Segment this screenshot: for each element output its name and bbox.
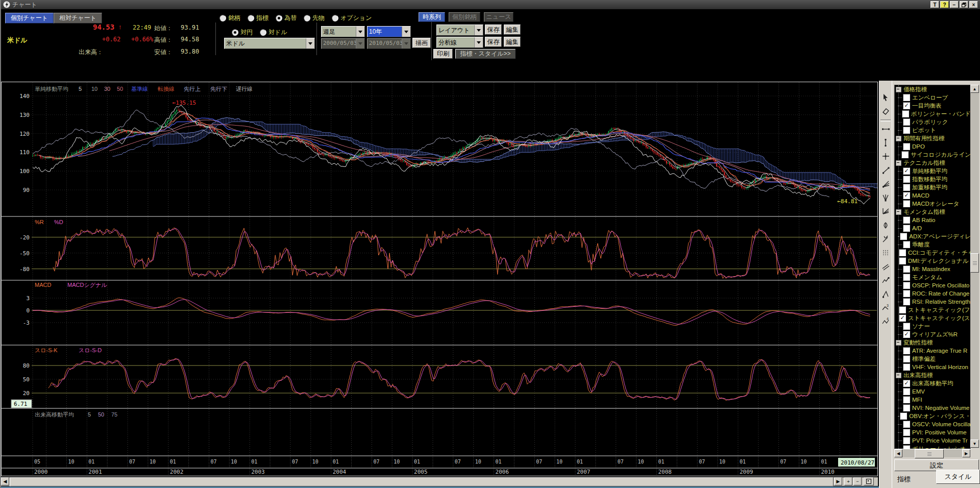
indicator-style-button[interactable]: 指標・スタイル>> [455, 49, 516, 59]
close-button[interactable]: × [969, 1, 978, 8]
indicator-checkbox[interactable] [903, 355, 910, 362]
indicator-checkbox[interactable] [903, 127, 910, 134]
tree-item--[interactable]: モメンタム [895, 273, 971, 281]
tree-item--[interactable]: ✓一目均衡表 [895, 102, 971, 110]
indicator-checkbox[interactable]: ✓ [899, 314, 906, 322]
period-select[interactable]: 週足 [321, 26, 365, 37]
tree-item--[interactable]: モメンタム指標 [895, 208, 971, 216]
indicator-checkbox[interactable] [903, 421, 910, 428]
radio-category-為替[interactable]: 為替 [276, 14, 297, 22]
scroll-left-button[interactable]: ◀ [1, 477, 9, 485]
tree-item--[interactable]: 指数移動平均 [895, 175, 971, 183]
tree-item-pvt-price-volume-tr[interactable]: PVT: Price Volume Tr [895, 436, 971, 445]
tree-item--[interactable]: ✓出来高移動平均 [895, 379, 971, 387]
pitchfork-tool[interactable] [880, 234, 891, 244]
indicator-checkbox[interactable]: ✓ [903, 380, 910, 387]
tree-item-ab-ratio[interactable]: AB Ratio [895, 216, 971, 224]
radio-category-先物[interactable]: 先物 [304, 14, 325, 22]
speed-resistance-tool[interactable] [880, 206, 891, 216]
indicator-checkbox[interactable]: ✓ [903, 331, 910, 338]
tree-item-nvi-negative-volume[interactable]: NVI: Negative Volume [895, 404, 971, 412]
radio-icon[interactable] [332, 15, 338, 21]
tree-item--[interactable]: ボリンジャー・バンド [895, 110, 971, 118]
tree-scroll-down-button[interactable]: ▼ [970, 440, 979, 448]
layout-save-button[interactable]: 保存 [485, 25, 502, 35]
tree-item--[interactable]: ピボット [895, 126, 971, 134]
tree-scrollbar-thumb[interactable] [970, 253, 979, 273]
indicator-checkbox[interactable] [903, 429, 910, 436]
tree-item-mi-massindex[interactable]: MI: MassIndex [895, 265, 971, 273]
tree-item--[interactable]: サイコロジカルライン [895, 151, 971, 159]
trend-line-tool[interactable] [880, 165, 891, 175]
radio-category-指標[interactable]: 指標 [248, 14, 268, 22]
collapse-minus-icon[interactable] [896, 160, 901, 166]
fibonacci-fan-tool[interactable] [880, 220, 891, 230]
tree-item--[interactable]: 出来高指標 [895, 371, 971, 379]
indicator-checkbox[interactable] [899, 249, 906, 256]
chevron-down-icon[interactable] [474, 25, 483, 35]
tree-item-obv-[interactable]: OBV:オン・バランス・ [895, 412, 971, 420]
scroll-right-button[interactable]: ▶ [834, 477, 842, 485]
tree-item--[interactable]: ソナー [895, 322, 971, 330]
tree-item-cci-[interactable]: CCI:コモディティ・チャ [895, 249, 971, 257]
indicator-checkbox[interactable] [903, 94, 910, 101]
zoom-in-button[interactable]: ＋ [844, 477, 852, 485]
gann-fan-tool[interactable] [880, 192, 891, 203]
tree-scroll-up-button[interactable]: ▲ [970, 85, 979, 93]
tab-individual-chart[interactable]: 個別チャート [5, 13, 54, 23]
indicator-checkbox[interactable] [903, 290, 910, 297]
tree-item--[interactable]: ストキャスティック(ファ [895, 306, 971, 314]
indicator-checkbox[interactable] [902, 110, 909, 117]
collapse-minus-icon[interactable] [896, 373, 901, 378]
radio-icon[interactable] [260, 29, 266, 36]
scrollbar-thumb[interactable] [10, 477, 834, 486]
radio-icon[interactable] [219, 15, 226, 21]
eraser-tool[interactable] [880, 106, 891, 116]
indicator-checkbox[interactable] [903, 323, 910, 330]
radio-pair-対ドル[interactable]: 対ドル [260, 28, 287, 37]
indicator-checkbox[interactable] [903, 404, 910, 411]
indicator-checkbox[interactable] [903, 225, 910, 232]
indicator-checkbox[interactable] [903, 118, 910, 126]
zoom-out-button[interactable]: − [853, 477, 862, 485]
indicator-checkbox[interactable] [903, 396, 910, 403]
analysis-edit-button[interactable]: 編集 [504, 37, 521, 47]
tree-item--[interactable]: テクニカル指標 [895, 159, 971, 167]
range-select[interactable]: 10年 [367, 26, 411, 37]
tab-relative-chart[interactable]: 相対チャート [54, 13, 102, 23]
indicator-checkbox[interactable] [899, 257, 906, 264]
tree-vscrollbar[interactable]: ▲ ▼ [970, 85, 979, 448]
indicator-checkbox[interactable] [903, 176, 910, 183]
four-point-line-tool[interactable]: 4 [880, 316, 891, 327]
tab-indicator-label[interactable]: 指標 [897, 475, 911, 484]
minimize-button[interactable]: − [950, 1, 959, 8]
indicator-checkbox[interactable] [903, 445, 910, 449]
tree-item-adx-[interactable]: ADX:アベレージディレ [895, 232, 971, 240]
radio-icon[interactable] [304, 15, 310, 21]
collapse-minus-icon[interactable] [896, 209, 901, 215]
indicator-checkbox[interactable] [900, 412, 907, 420]
timeseries-button[interactable]: 時系列 [419, 12, 445, 22]
radio-icon[interactable] [248, 15, 254, 21]
tree-item-a-d[interactable]: A/D [895, 224, 971, 232]
indicator-checkbox[interactable] [903, 347, 910, 354]
indicator-checkbox[interactable] [903, 274, 910, 281]
tree-scroll-right-button[interactable]: ▶ [962, 449, 970, 457]
date-from-select[interactable]: 2000/05/03 [321, 38, 365, 49]
pointer-tool[interactable] [880, 92, 891, 102]
tree-item--[interactable]: エンベロープ [895, 93, 971, 102]
chevron-down-icon[interactable] [474, 37, 483, 47]
tree-item-vhf-vertical-horizon[interactable]: VHF: Vertical Horizon [895, 363, 971, 371]
news-button[interactable]: ニュース [484, 12, 513, 22]
tree-item--[interactable]: 加重移動平均 [895, 183, 971, 191]
collapse-minus-icon[interactable] [896, 136, 901, 141]
tree-item--[interactable]: パラボリック [895, 118, 971, 126]
indicator-checkbox[interactable] [903, 143, 910, 150]
tree-item--[interactable]: ✓単純移動平均 [895, 167, 971, 175]
indicator-checkbox[interactable] [903, 388, 910, 395]
indicator-checkbox[interactable] [899, 306, 906, 313]
radio-pair-対円[interactable]: 対円 [232, 28, 253, 37]
symbol-select[interactable]: 米ドル [224, 38, 315, 49]
chart-area[interactable]: ←135.15←84.816.7114013012011010090-20-50… [1, 81, 878, 477]
chevron-down-icon[interactable] [306, 38, 314, 48]
